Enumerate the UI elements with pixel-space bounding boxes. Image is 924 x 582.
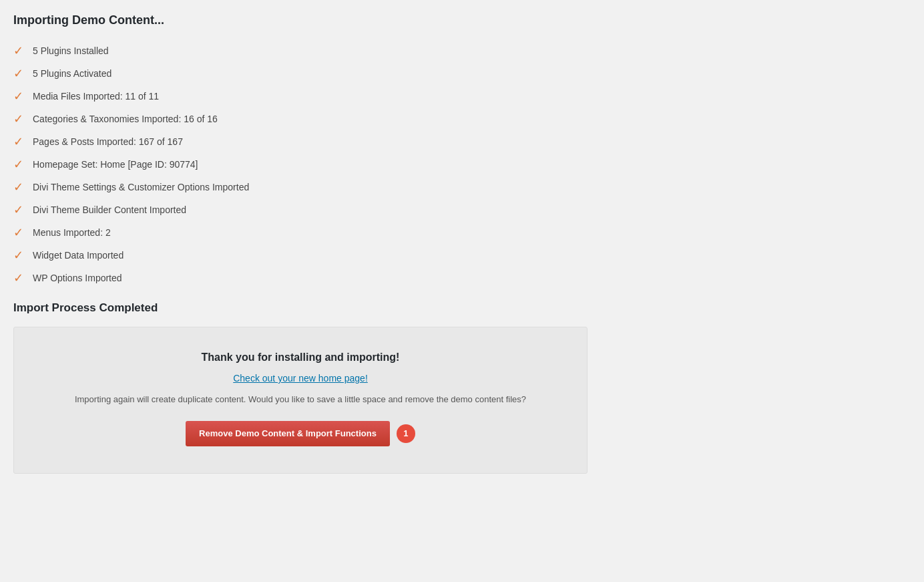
- check-icon: ✓: [13, 67, 23, 80]
- home-page-link[interactable]: Check out your new home page!: [34, 373, 567, 384]
- checklist-item-text: Divi Theme Settings & Customizer Options…: [33, 182, 249, 192]
- check-icon: ✓: [13, 136, 23, 148]
- check-icon: ✓: [13, 204, 23, 216]
- badge-number: 1: [397, 424, 415, 443]
- checklist-item-homepage-set: ✓Homepage Set: Home [Page ID: 90774]: [13, 153, 911, 176]
- check-icon: ✓: [13, 45, 23, 57]
- page-title: Importing Demo Content...: [13, 13, 911, 27]
- checklist-item-text: 5 Plugins Installed: [33, 45, 109, 56]
- check-icon: ✓: [13, 158, 23, 170]
- checklist-item-categories: ✓Categories & Taxonomies Imported: 16 of…: [13, 108, 911, 130]
- checklist-item-text: Widget Data Imported: [33, 250, 124, 261]
- check-icon: ✓: [13, 272, 23, 284]
- checklist-item-wp-options: ✓WP Options Imported: [13, 267, 911, 289]
- checklist-item-text: Divi Theme Builder Content Imported: [33, 204, 186, 215]
- warning-text: Importing again will create duplicate co…: [34, 393, 567, 406]
- checklist-item-text: Pages & Posts Imported: 167 of 167: [33, 136, 183, 147]
- checklist-item-text: Categories & Taxonomies Imported: 16 of …: [33, 114, 218, 124]
- completion-box: Thank you for installing and importing! …: [13, 327, 588, 474]
- remove-demo-content-button[interactable]: Remove Demo Content & Import Functions: [186, 421, 390, 446]
- completion-heading: Thank you for installing and importing!: [34, 351, 567, 363]
- checklist-item-text: WP Options Imported: [33, 273, 122, 283]
- check-icon: ✓: [13, 227, 23, 239]
- checklist-item-widget-data: ✓Widget Data Imported: [13, 244, 911, 267]
- import-completed-label: Import Process Completed: [13, 301, 911, 315]
- checklist-item-media-files: ✓Media Files Imported: 11 of 11: [13, 85, 911, 108]
- checklist-item-text: Media Files Imported: 11 of 11: [33, 91, 159, 102]
- checklist-item-plugins-activated: ✓5 Plugins Activated: [13, 62, 911, 85]
- checklist-item-text: Homepage Set: Home [Page ID: 90774]: [33, 159, 198, 170]
- checklist-item-plugins-installed: ✓5 Plugins Installed: [13, 39, 911, 62]
- check-icon: ✓: [13, 90, 23, 102]
- check-icon: ✓: [13, 113, 23, 125]
- checklist-item-menus: ✓Menus Imported: 2: [13, 221, 911, 244]
- checklist-item-text: 5 Plugins Activated: [33, 68, 111, 79]
- check-icon: ✓: [13, 249, 23, 261]
- checklist: ✓5 Plugins Installed✓5 Plugins Activated…: [13, 39, 911, 289]
- checklist-item-divi-settings: ✓Divi Theme Settings & Customizer Option…: [13, 176, 911, 198]
- checklist-item-pages-posts: ✓Pages & Posts Imported: 167 of 167: [13, 130, 911, 153]
- checklist-item-text: Menus Imported: 2: [33, 227, 111, 238]
- checklist-item-divi-builder: ✓Divi Theme Builder Content Imported: [13, 198, 911, 221]
- button-area: Remove Demo Content & Import Functions 1: [34, 421, 567, 446]
- check-icon: ✓: [13, 181, 23, 193]
